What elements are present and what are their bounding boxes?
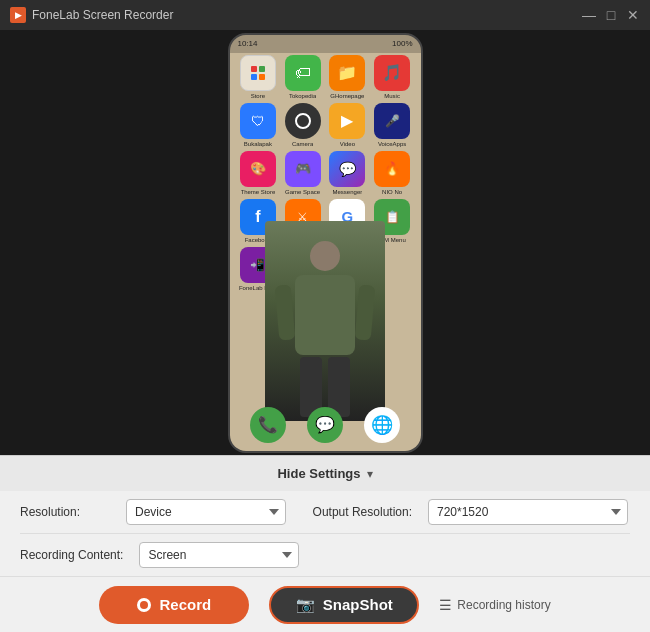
list-item: Store — [238, 55, 279, 99]
files-icon: 📁 — [329, 55, 365, 91]
hide-settings-label: Hide Settings — [277, 466, 360, 481]
list-item: 💬 Messenger — [327, 151, 368, 195]
record-button[interactable]: Record — [99, 586, 249, 624]
history-label: Recording history — [457, 598, 550, 612]
phone-dock: 📞 💬 🌐 — [240, 407, 411, 443]
voiceapps-icon: 🎤 — [374, 103, 410, 139]
phone-bg-person — [265, 221, 385, 421]
phone-dock-messages: 💬 — [307, 407, 343, 443]
list-item: 🎮 Game Space — [282, 151, 323, 195]
svg-rect-0 — [251, 66, 257, 72]
resolution-label: Resolution: — [20, 505, 110, 519]
record-dot-inner — [140, 601, 148, 609]
app-icon: ▶ — [10, 7, 26, 23]
tokopedia-icon: 🏷 — [285, 55, 321, 91]
history-icon: ☰ — [439, 597, 452, 613]
bukalapak-icon: 🛡 — [240, 103, 276, 139]
output-resolution-label: Output Resolution: — [302, 505, 412, 519]
recording-content-select[interactable]: Screen Webcam Screen & Webcam — [139, 542, 299, 568]
recording-content-label: Recording Content: — [20, 548, 123, 562]
phone-mockup: 10:14 100% Store 🏷 Tokopedia — [228, 33, 423, 453]
phone-dock-call: 📞 — [250, 407, 286, 443]
maximize-button[interactable]: □ — [604, 8, 618, 22]
messenger-icon: 💬 — [329, 151, 365, 187]
settings-panel: Resolution: Device Custom 720p 1080p Out… — [0, 491, 650, 576]
minimize-button[interactable]: — — [582, 8, 596, 22]
hide-settings-bar[interactable]: Hide Settings ▾ — [0, 455, 650, 491]
main-area: 10:14 100% Store 🏷 Tokopedia — [0, 30, 650, 455]
music-icon: 🎵 — [374, 55, 410, 91]
list-item: 🏷 Tokopedia — [282, 55, 323, 99]
window-title: FoneLab Screen Recorder — [32, 8, 173, 22]
svg-rect-2 — [251, 74, 257, 80]
phone-status-bar: 10:14 100% — [230, 35, 421, 53]
settings-row-resolution: Resolution: Device Custom 720p 1080p Out… — [0, 491, 650, 533]
phone-screen: 10:14 100% Store 🏷 Tokopedia — [230, 35, 421, 451]
action-bar: Record 📷 SnapShot ☰ Recording history — [0, 576, 650, 632]
gamespace-icon: 🎮 — [285, 151, 321, 187]
list-item: 🎨 Theme Store — [238, 151, 279, 195]
title-bar-left: ▶ FoneLab Screen Recorder — [10, 7, 173, 23]
record-dot-icon — [137, 598, 151, 612]
recording-history-button[interactable]: ☰ Recording history — [439, 597, 550, 613]
video-icon: ▶ — [329, 103, 365, 139]
nio-icon: 🔥 — [374, 151, 410, 187]
chevron-down-icon: ▾ — [367, 467, 373, 481]
svg-rect-3 — [259, 74, 265, 80]
phone-dock-chrome: 🌐 — [364, 407, 400, 443]
list-item: 🛡 Bukalapak — [238, 103, 279, 147]
list-item: 🎵 Music — [372, 55, 413, 99]
themestore-icon: 🎨 — [240, 151, 276, 187]
output-resolution-select[interactable]: 720*1520 1080*2340 480*960 — [428, 499, 628, 525]
list-item: 🔥 NIO No — [372, 151, 413, 195]
title-bar: ▶ FoneLab Screen Recorder — □ ✕ — [0, 0, 650, 30]
resolution-select[interactable]: Device Custom 720p 1080p — [126, 499, 286, 525]
camera-icon: 📷 — [296, 596, 315, 614]
list-item: 📁 GHomepage — [327, 55, 368, 99]
phone-time: 10:14 — [238, 39, 258, 48]
phone-battery: 100% — [392, 39, 412, 48]
svg-rect-1 — [259, 66, 265, 72]
record-label: Record — [159, 596, 211, 613]
camera-icon — [285, 103, 321, 139]
snapshot-label: SnapShot — [323, 596, 393, 613]
window-controls: — □ ✕ — [582, 8, 640, 22]
list-item: Camera — [282, 103, 323, 147]
settings-row-content: Recording Content: Screen Webcam Screen … — [0, 534, 650, 576]
list-item: ▶ Video — [327, 103, 368, 147]
app-store-icon — [240, 55, 276, 91]
snapshot-button[interactable]: 📷 SnapShot — [269, 586, 419, 624]
close-button[interactable]: ✕ — [626, 8, 640, 22]
list-item: 🎤 VoiceApps — [372, 103, 413, 147]
